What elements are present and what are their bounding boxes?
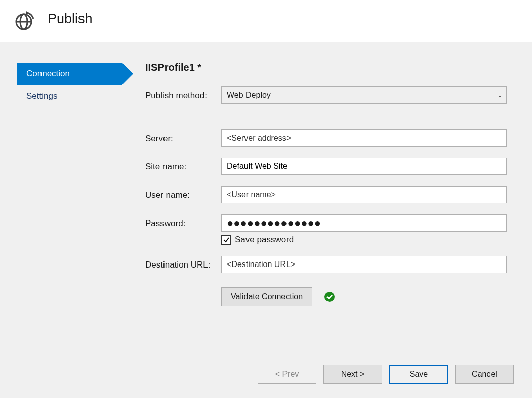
sidebar-item-connection[interactable]: Connection bbox=[17, 63, 122, 85]
server-label: Server: bbox=[145, 132, 221, 144]
prev-button: < Prev bbox=[258, 365, 316, 384]
validate-connection-label: Validate Connection bbox=[231, 292, 303, 301]
validation-success-icon bbox=[323, 291, 336, 303]
main-pane: IISProfile1 * Publish method: Web Deploy… bbox=[145, 62, 507, 306]
wizard-footer: < Prev Next > Save Cancel bbox=[258, 365, 514, 384]
site-name-label: Site name: bbox=[145, 161, 221, 172]
publish-method-select[interactable]: Web Deploy ⌄ bbox=[221, 86, 507, 104]
profile-title: IISProfile1 * bbox=[145, 62, 507, 73]
publish-method-label: Publish method: bbox=[145, 90, 221, 101]
chevron-down-icon: ⌄ bbox=[498, 92, 502, 99]
destination-url-label: Destination URL: bbox=[145, 259, 221, 270]
publish-globe-icon bbox=[13, 10, 34, 31]
dialog-title: Publish bbox=[48, 11, 93, 27]
wizard-sidebar: Connection Settings bbox=[17, 63, 122, 107]
cancel-button-label: Cancel bbox=[472, 370, 497, 379]
sidebar-item-label: Connection bbox=[26, 69, 70, 78]
save-button-label: Save bbox=[410, 370, 428, 379]
sidebar-item-label: Settings bbox=[26, 91, 57, 101]
svg-point-4 bbox=[324, 292, 335, 302]
server-input[interactable] bbox=[221, 129, 507, 147]
prev-button-label: < Prev bbox=[275, 370, 299, 379]
check-icon bbox=[223, 236, 230, 243]
dialog-body: Connection Settings IISProfile1 * Publis… bbox=[0, 42, 532, 398]
sidebar-item-settings[interactable]: Settings bbox=[17, 85, 122, 107]
user-name-input[interactable] bbox=[221, 186, 507, 203]
password-input[interactable]: ●●●●●●●●●●●●●● bbox=[221, 214, 507, 232]
cancel-button[interactable]: Cancel bbox=[455, 365, 514, 384]
validate-connection-button[interactable]: Validate Connection bbox=[221, 287, 312, 306]
save-button[interactable]: Save bbox=[389, 365, 448, 384]
publish-method-value: Web Deploy bbox=[227, 91, 498, 100]
next-button-label: Next > bbox=[341, 370, 365, 379]
dialog-header: Publish bbox=[0, 0, 532, 42]
next-button[interactable]: Next > bbox=[323, 365, 382, 384]
password-label: Password: bbox=[145, 217, 221, 229]
save-password-checkbox[interactable] bbox=[221, 235, 231, 245]
save-password-label: Save password bbox=[235, 235, 294, 245]
user-name-label: User name: bbox=[145, 189, 221, 200]
destination-url-input[interactable] bbox=[221, 256, 507, 273]
section-separator bbox=[145, 118, 507, 118]
site-name-input[interactable] bbox=[221, 158, 507, 175]
